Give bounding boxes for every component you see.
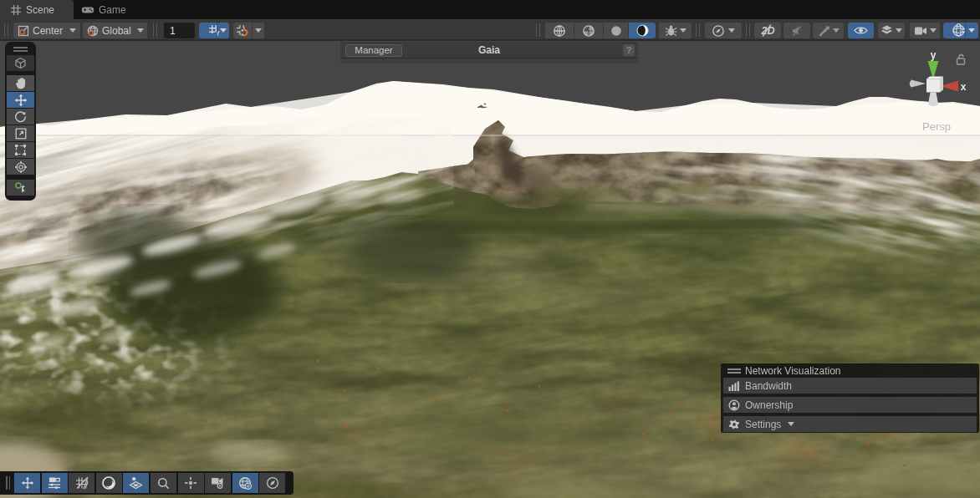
svg-text:x: x bbox=[961, 81, 967, 93]
svg-text:y: y bbox=[931, 49, 937, 61]
svg-text:2D: 2D bbox=[761, 25, 775, 37]
